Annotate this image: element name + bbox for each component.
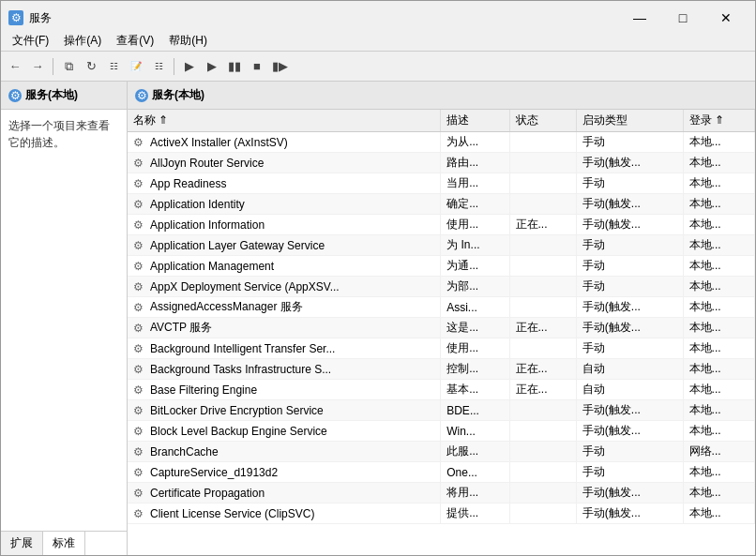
- main-content: ⚙ 服务(本地) 选择一个项目来查看它的描述。 扩展 标准 ⚙ 服务(本地): [1, 82, 755, 555]
- table-row[interactable]: ⚙BranchCache此服...手动网络...: [128, 442, 755, 462]
- table-row[interactable]: ⚙App Readiness当用...手动本地...: [128, 173, 755, 194]
- col-desc[interactable]: 描述: [441, 110, 509, 132]
- pause-service-button[interactable]: ▮▮: [224, 56, 245, 77]
- service-desc: 为 In...: [441, 235, 509, 256]
- table-row[interactable]: ⚙Application Layer Gateway Service为 In..…: [128, 235, 755, 256]
- back-button[interactable]: ←: [5, 56, 25, 77]
- service-icon: ⚙: [133, 487, 146, 500]
- minimize-button[interactable]: —: [618, 7, 661, 29]
- close-button[interactable]: ✕: [704, 7, 748, 29]
- properties-button[interactable]: 📝: [126, 56, 146, 77]
- service-desc: 将用...: [441, 483, 509, 503]
- table-row[interactable]: ⚙AllJoyn Router Service路由...手动(触发...本地..…: [128, 153, 755, 173]
- service-icon: ⚙: [133, 260, 146, 273]
- table-row[interactable]: ⚙Background Intelligent Transfer Ser...使…: [128, 338, 755, 359]
- service-login: 本地...: [683, 380, 754, 400]
- service-status: [509, 235, 576, 256]
- col-login[interactable]: 登录 ⇑: [683, 110, 754, 132]
- service-name: ⚙Background Intelligent Transfer Ser...: [128, 338, 441, 359]
- table-row[interactable]: ⚙AVCTP 服务这是...正在...手动(触发...本地...: [128, 318, 755, 338]
- menu-help[interactable]: 帮助(H): [161, 31, 215, 51]
- service-name: ⚙Application Information: [128, 215, 441, 235]
- service-desc: 确定...: [441, 194, 509, 215]
- help-button[interactable]: ☷: [148, 56, 169, 77]
- service-start-type: 手动: [576, 442, 683, 462]
- window-title: 服务: [29, 10, 52, 26]
- right-panel-icon: ⚙: [135, 89, 148, 102]
- service-login: 网络...: [683, 442, 754, 462]
- left-panel-description: 选择一个项目来查看它的描述。: [8, 119, 110, 149]
- service-start-type: 手动: [576, 132, 683, 153]
- title-bar: ⚙ 服务 — □ ✕: [1, 1, 755, 31]
- service-desc: 此服...: [441, 442, 509, 462]
- service-name: ⚙Application Layer Gateway Service: [128, 235, 441, 256]
- service-name: ⚙BranchCache: [128, 442, 441, 462]
- toolbar-separator-2: [174, 58, 174, 75]
- forward-button[interactable]: →: [27, 56, 48, 77]
- tab-standard[interactable]: 标准: [43, 532, 85, 555]
- menu-view[interactable]: 查看(V): [109, 31, 161, 51]
- service-login: 本地...: [683, 421, 754, 442]
- services-table: 名称 ⇑ 描述 状态 启动类型 登录 ⇑ ⚙ActiveX Installer …: [128, 110, 755, 524]
- service-start-type: 手动(触发...: [576, 297, 683, 318]
- menu-file[interactable]: 文件(F): [5, 31, 56, 51]
- stop-service-button[interactable]: ■: [247, 56, 267, 77]
- table-row[interactable]: ⚙Certificate Propagation将用...手动(触发...本地.…: [128, 483, 755, 503]
- service-status: [509, 297, 576, 318]
- table-row[interactable]: ⚙Application Management为通...手动本地...: [128, 256, 755, 277]
- right-panel-header: ⚙ 服务(本地): [128, 82, 755, 110]
- col-status[interactable]: 状态: [509, 110, 576, 132]
- col-name[interactable]: 名称 ⇑: [128, 110, 441, 132]
- left-panel: ⚙ 服务(本地) 选择一个项目来查看它的描述。 扩展 标准: [1, 82, 128, 555]
- start-service2-button[interactable]: ▶: [202, 56, 222, 77]
- service-name: ⚙AppX Deployment Service (AppXSV...: [128, 277, 441, 297]
- refresh-button[interactable]: ↻: [81, 56, 101, 77]
- service-login: 本地...: [683, 215, 754, 235]
- service-name: ⚙BitLocker Drive Encryption Service: [128, 400, 441, 421]
- table-row[interactable]: ⚙Client License Service (ClipSVC)提供...手动…: [128, 503, 755, 524]
- table-row[interactable]: ⚙AssignedAccessManager 服务Assi...手动(触发...…: [128, 297, 755, 318]
- tab-expand[interactable]: 扩展: [1, 532, 43, 555]
- service-icon: ⚙: [133, 342, 146, 355]
- service-status: 正在...: [509, 359, 576, 380]
- service-login: 本地...: [683, 173, 754, 194]
- menu-action[interactable]: 操作(A): [56, 31, 109, 51]
- table-row[interactable]: ⚙Base Filtering Engine基本...正在...自动本地...: [128, 380, 755, 400]
- restart-service-button[interactable]: ▮▶: [269, 56, 290, 77]
- table-row[interactable]: ⚙AppX Deployment Service (AppXSV...为部...…: [128, 277, 755, 297]
- table-header-row: 名称 ⇑ 描述 状态 启动类型 登录 ⇑: [128, 110, 755, 132]
- table-row[interactable]: ⚙Application Identity确定...手动(触发...本地...: [128, 194, 755, 215]
- service-status: 正在...: [509, 215, 576, 235]
- col-start[interactable]: 启动类型: [576, 110, 683, 132]
- export-list-button[interactable]: ☷: [103, 56, 124, 77]
- service-icon: ⚙: [133, 177, 146, 190]
- title-bar-controls: — □ ✕: [618, 7, 748, 29]
- service-start-type: 手动(触发...: [576, 400, 683, 421]
- table-row[interactable]: ⚙BitLocker Drive Encryption ServiceBDE..…: [128, 400, 755, 421]
- show-hide-button[interactable]: ⧉: [58, 56, 79, 77]
- service-icon: ⚙: [133, 280, 146, 293]
- service-desc: 使用...: [441, 215, 509, 235]
- service-login: 本地...: [683, 338, 754, 359]
- table-row[interactable]: ⚙Block Level Backup Engine ServiceWin...…: [128, 421, 755, 442]
- service-desc: 基本...: [441, 380, 509, 400]
- table-row[interactable]: ⚙ActiveX Installer (AxInstSV)为从...手动本地..…: [128, 132, 755, 153]
- service-status: 正在...: [509, 380, 576, 400]
- service-status: [509, 462, 576, 483]
- left-panel-nav: 扩展 标准: [1, 531, 127, 555]
- service-start-type: 手动(触发...: [576, 153, 683, 173]
- maximize-button[interactable]: □: [661, 7, 704, 29]
- service-icon: ⚙: [133, 239, 146, 252]
- services-table-container[interactable]: 名称 ⇑ 描述 状态 启动类型 登录 ⇑ ⚙ActiveX Installer …: [128, 110, 755, 555]
- service-icon: ⚙: [133, 218, 146, 232]
- service-icon: ⚙: [133, 157, 146, 170]
- start-service-button[interactable]: ▶: [179, 56, 200, 77]
- window-icon: ⚙: [8, 10, 23, 25]
- menu-bar: 文件(F) 操作(A) 查看(V) 帮助(H): [1, 31, 755, 52]
- table-row[interactable]: ⚙Application Information使用...正在...手动(触发.…: [128, 215, 755, 235]
- service-start-type: 手动: [576, 338, 683, 359]
- service-desc: BDE...: [441, 400, 509, 421]
- service-name: ⚙AVCTP 服务: [128, 318, 441, 338]
- table-row[interactable]: ⚙Background Tasks Infrastructure S...控制.…: [128, 359, 755, 380]
- table-row[interactable]: ⚙CaptureService_d1913d2One...手动本地...: [128, 462, 755, 483]
